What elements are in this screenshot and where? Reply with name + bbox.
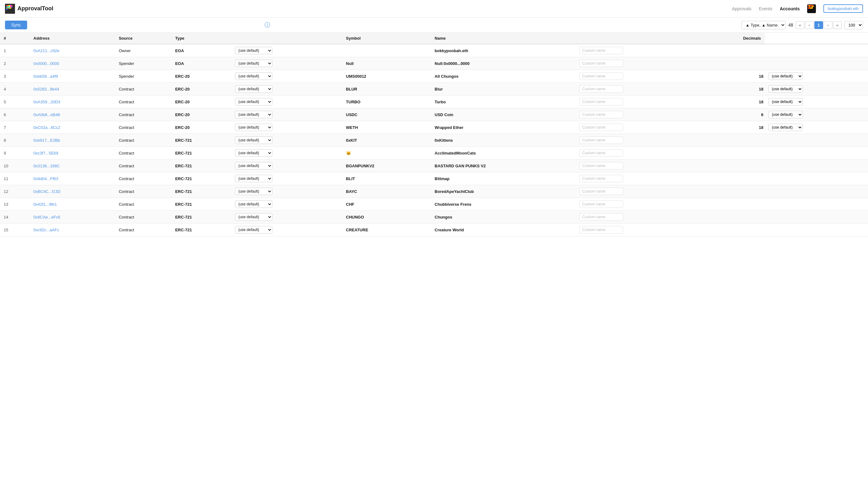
- decimals-select[interactable]: (use default): [769, 72, 803, 80]
- custom-name-input[interactable]: [579, 188, 623, 195]
- custom-name-input[interactable]: [579, 226, 623, 234]
- svg-rect-5: [9, 5, 10, 6]
- row-type-select[interactable]: (use default): [235, 47, 272, 54]
- row-name: Blur: [431, 83, 576, 95]
- svg-rect-26: [808, 7, 809, 9]
- row-symbol: CHF: [342, 198, 431, 211]
- custom-name-input[interactable]: [579, 162, 623, 170]
- custom-name-input[interactable]: [579, 60, 623, 67]
- sync-button[interactable]: Sync: [5, 21, 27, 29]
- table-container: # Address Source Type Symbol Name Decima…: [0, 33, 868, 236]
- custom-name-input[interactable]: [579, 85, 623, 93]
- row-symbol: 😺: [342, 147, 431, 159]
- decimals-select-cell: [765, 159, 868, 172]
- row-name: Blitmap: [431, 172, 576, 185]
- row-source: Contract: [115, 211, 172, 223]
- decimals-value: [702, 57, 765, 70]
- page-first-button[interactable]: «: [796, 21, 804, 29]
- row-type-select-cell: (use default): [231, 108, 342, 121]
- logo: ApprovalTool: [5, 4, 53, 14]
- svg-rect-25: [813, 6, 814, 7]
- header: ApprovalTool Approvals Events Accounts: [0, 0, 868, 18]
- row-num: 3: [0, 70, 30, 83]
- sort-select[interactable]: ▲ Type, ▲ Name: [741, 21, 786, 29]
- row-address: 0xbb59...a4f9: [30, 70, 115, 83]
- decimals-select-cell: (use default): [765, 83, 868, 95]
- page-next-button[interactable]: ›: [824, 21, 832, 29]
- row-type: ERC-721: [171, 211, 231, 223]
- custom-name-input[interactable]: [579, 149, 623, 157]
- row-type-select[interactable]: (use default): [235, 213, 272, 221]
- custom-name-input[interactable]: [579, 111, 623, 118]
- table-row: 13 0x42f1...9fe1 Contract ERC-721 (use d…: [0, 198, 868, 211]
- row-source: Contract: [115, 198, 172, 211]
- decimals-select[interactable]: (use default): [769, 85, 803, 93]
- row-name: Chubbiverse Frens: [431, 198, 576, 211]
- row-type-select[interactable]: (use default): [235, 72, 272, 80]
- row-type-select[interactable]: (use default): [235, 188, 272, 195]
- row-type: ERC-721: [171, 147, 231, 159]
- row-type: ERC-721: [171, 159, 231, 172]
- decimals-select[interactable]: (use default): [769, 98, 803, 106]
- decimals-select-cell: (use default): [765, 70, 868, 83]
- logo-icon: [5, 4, 15, 14]
- row-type-select[interactable]: (use default): [235, 175, 272, 182]
- row-num: 14: [0, 211, 30, 223]
- row-custom-name-cell: [576, 159, 702, 172]
- row-symbol: BGANPUNKV2: [342, 159, 431, 172]
- custom-name-input[interactable]: [579, 201, 623, 208]
- decimals-select[interactable]: (use default): [769, 111, 803, 118]
- custom-name-input[interactable]: [579, 72, 623, 80]
- row-type-select[interactable]: (use default): [235, 60, 272, 67]
- row-type-select[interactable]: (use default): [235, 85, 272, 93]
- row-type-select[interactable]: (use default): [235, 149, 272, 157]
- custom-name-input[interactable]: [579, 175, 623, 182]
- row-type-select[interactable]: (use default): [235, 137, 272, 144]
- nav-events[interactable]: Events: [759, 6, 772, 11]
- page-1-button[interactable]: 1: [814, 21, 823, 29]
- row-type-select-cell: (use default): [231, 172, 342, 185]
- row-type: ERC-20: [171, 108, 231, 121]
- row-symbol: CHUNGO: [342, 211, 431, 223]
- account-button[interactable]: bokkypoobah.eth: [824, 4, 863, 13]
- pagination: « ‹ 1 › »: [796, 21, 842, 29]
- row-type-select[interactable]: (use default): [235, 111, 272, 118]
- col-name: Name: [431, 33, 576, 44]
- page-prev-button[interactable]: ‹: [805, 21, 814, 29]
- table-row: 6 0xA0b8...eB48 Contract ERC-20 (use def…: [0, 108, 868, 121]
- custom-name-input[interactable]: [579, 213, 623, 221]
- row-type-select[interactable]: (use default): [235, 201, 272, 208]
- svg-rect-8: [10, 6, 11, 7]
- svg-rect-11: [7, 7, 9, 9]
- decimals-select[interactable]: (use default): [769, 124, 803, 131]
- decimals-value: [702, 44, 765, 57]
- nav-accounts[interactable]: Accounts: [780, 6, 800, 11]
- svg-rect-4: [7, 6, 9, 7]
- nav-approvals[interactable]: Approvals: [732, 6, 751, 11]
- row-type-select[interactable]: (use default): [235, 162, 272, 170]
- decimals-value: [702, 159, 765, 172]
- custom-name-input[interactable]: [579, 98, 623, 106]
- custom-name-input[interactable]: [579, 124, 623, 131]
- row-type-select-cell: (use default): [231, 198, 342, 211]
- info-icon[interactable]: ⓘ: [265, 21, 270, 29]
- table-row: 12 0xBC4C...f13D Contract ERC-721 (use d…: [0, 185, 868, 198]
- row-type-select[interactable]: (use default): [235, 226, 272, 234]
- decimals-select-cell: [765, 211, 868, 223]
- custom-name-input[interactable]: [579, 47, 623, 54]
- row-type-select[interactable]: (use default): [235, 124, 272, 131]
- row-name: All Chungos: [431, 70, 576, 83]
- svg-rect-22: [811, 5, 813, 6]
- svg-rect-9: [11, 6, 12, 7]
- row-num: 13: [0, 198, 30, 211]
- toolbar: Sync ⓘ ▲ Type, ▲ Name 48 « ‹ 1 › » 100 5…: [0, 18, 868, 33]
- page-last-button[interactable]: »: [833, 21, 842, 29]
- custom-name-input[interactable]: [579, 137, 623, 144]
- row-num: 6: [0, 108, 30, 121]
- row-type-select-cell: (use default): [231, 57, 342, 70]
- page-size-select[interactable]: 100 50 25: [844, 21, 863, 29]
- row-address: 0x0000...0000: [30, 57, 115, 70]
- row-type: ERC-20: [171, 95, 231, 108]
- row-type-select[interactable]: (use default): [235, 98, 272, 106]
- table-row: 2 0x0000...0000 Spender EOA (use default…: [0, 57, 868, 70]
